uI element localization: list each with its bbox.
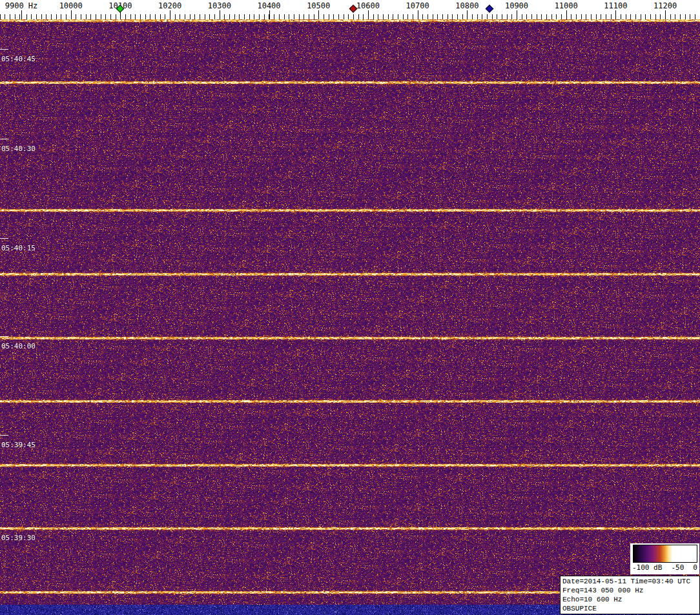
freq-tick-label: 10200 — [158, 1, 181, 10]
amplitude-gradient-bar — [633, 545, 697, 563]
frequency-minor-ticks — [0, 14, 700, 19]
freq-major-tick — [467, 10, 468, 19]
observation-info-box: Date=2014-05-11 Time=03:40 UTC Freq=143 … — [560, 576, 700, 614]
scale-mid-label: -50 — [671, 563, 684, 572]
freq-tick-label: 11200 — [654, 1, 677, 10]
freq-tick-label: 10500 — [307, 1, 330, 10]
freq-major-tick — [71, 10, 72, 19]
amplitude-colorbar: -100 dB -50 0 — [630, 543, 699, 574]
waterfall-display[interactable]: 05:40:4505:40:3005:40:1505:40:0005:39:45… — [0, 19, 700, 615]
freq-major-tick — [318, 10, 319, 19]
freq-tick-label: 10800 — [455, 1, 479, 10]
freq-tick-label: 11100 — [604, 1, 627, 10]
scale-max-label: 0 — [693, 563, 697, 572]
frequency-ruler[interactable]: 9900 Hz100001010010200103001040010500106… — [0, 0, 700, 19]
freq-tick-label: 10700 — [406, 1, 429, 10]
freq-major-tick — [418, 10, 418, 19]
blue-frequency-marker[interactable] — [485, 5, 493, 13]
freq-major-tick — [665, 10, 666, 19]
freq-tick-label: 10000 — [59, 1, 83, 10]
radio-spectrogram-window: 9900 Hz100001010010200103001040010500106… — [0, 0, 700, 615]
amplitude-scale-labels: -100 dB -50 0 — [632, 563, 697, 572]
info-date-time: Date=2014-05-11 Time=03:40 UTC — [562, 577, 697, 586]
freq-tick-label: 11000 — [555, 1, 578, 10]
freq-tick-label: 10600 — [356, 1, 380, 10]
freq-major-tick — [21, 10, 22, 19]
freq-tick-label: 10300 — [208, 1, 231, 10]
freq-tick-label: 10400 — [257, 1, 280, 10]
freq-major-tick — [517, 10, 517, 19]
scale-min-label: -100 dB — [632, 563, 662, 572]
freq-tick-label: 9900 Hz — [5, 1, 38, 10]
info-station: OBSUPICE — [562, 604, 697, 613]
freq-major-tick — [220, 10, 220, 19]
freq-tick-label: 10900 — [505, 1, 528, 10]
freq-major-tick — [566, 10, 567, 19]
freq-major-tick — [615, 10, 616, 19]
freq-major-tick — [170, 10, 170, 19]
info-echo: Echo=10 600 Hz — [562, 595, 697, 604]
freq-major-tick — [368, 10, 369, 19]
info-frequency: Freq=143 050 000 Hz — [562, 586, 697, 595]
spectrogram-canvas[interactable] — [0, 19, 700, 615]
freq-major-tick — [269, 10, 270, 19]
